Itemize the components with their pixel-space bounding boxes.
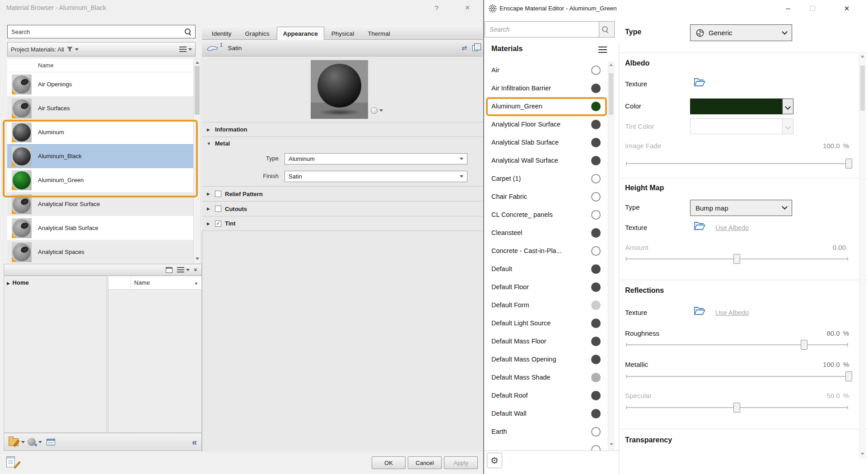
metal-type-dropdown[interactable]: Aluminum [285, 153, 467, 164]
settings-button[interactable]: ⚙ [487, 453, 502, 468]
enscape-material-row[interactable]: Cleansteel [484, 224, 619, 242]
slider-handle[interactable] [801, 340, 807, 350]
duplicate-asset-icon[interactable] [472, 45, 478, 51]
open-texture-folder-icon[interactable] [693, 77, 706, 88]
section-metal[interactable]: ▼ Metal [202, 136, 483, 150]
tree-item-home[interactable]: Home [13, 279, 29, 286]
material-row[interactable]: Analytical Floor Surface [7, 192, 193, 216]
scrollbar-thumb[interactable] [609, 73, 613, 115]
section-cutouts[interactable]: ▶ Cutouts [202, 201, 483, 216]
scroll-down-icon[interactable] [196, 258, 199, 260]
enscape-material-row[interactable]: Carpet (1) [484, 169, 619, 188]
help-button[interactable]: ? [430, 2, 443, 14]
relief-pattern-checkbox[interactable] [215, 191, 221, 197]
enscape-list-scrollbar[interactable] [608, 62, 614, 450]
chevron-down-icon[interactable] [21, 441, 25, 443]
view-list-icon[interactable] [179, 47, 187, 52]
preview-scene-icon[interactable] [371, 107, 378, 114]
edit-material-note-icon[interactable] [6, 455, 18, 469]
expand-icon[interactable]: ▶ [207, 127, 211, 132]
material-row[interactable]: Air Surfaces [7, 96, 193, 120]
specular-slider[interactable] [625, 403, 849, 413]
editor-tab[interactable]: Physical [325, 27, 360, 40]
enscape-material-row[interactable]: Analytical Wall Surface [484, 151, 619, 169]
chevron-down-icon[interactable] [379, 109, 383, 112]
close-button[interactable]: ✕ [461, 2, 474, 14]
enscape-material-row[interactable]: Default Mass Floor [484, 332, 619, 350]
expand-library-icon[interactable]: » [193, 268, 199, 272]
materials-menu-icon[interactable] [598, 47, 607, 53]
apply-button[interactable]: Apply [444, 456, 478, 469]
material-row[interactable]: Air Openings [7, 72, 193, 96]
enscape-material-row[interactable]: Earth [484, 422, 619, 441]
expand-icon[interactable]: ▶ [207, 206, 211, 211]
heightmap-use-albedo-link[interactable]: Use Albedo [715, 224, 749, 231]
cutouts-checkbox[interactable] [215, 206, 221, 212]
enscape-material-row[interactable]: Analytical Floor Surface [484, 115, 619, 133]
cancel-button[interactable]: Cancel [408, 456, 442, 469]
editor-tab[interactable]: Identity [205, 27, 238, 40]
collapse-panel-icon[interactable]: « [192, 437, 197, 446]
preview-options[interactable] [371, 107, 383, 114]
chevron-down-icon[interactable] [186, 269, 190, 271]
chevron-down-icon[interactable] [38, 441, 42, 443]
tint-checkbox[interactable]: ✓ [215, 221, 221, 227]
scroll-up-icon[interactable] [861, 55, 864, 57]
material-row[interactable]: Aluminum_Black [7, 144, 193, 168]
enscape-material-row[interactable]: Default Mass Shade [484, 368, 619, 386]
expand-icon[interactable]: ▶ [207, 192, 211, 196]
tint-color-swatch[interactable] [690, 118, 783, 134]
editor-tab[interactable]: Appearance [277, 27, 324, 40]
slider-handle[interactable] [845, 159, 852, 169]
collapse-icon[interactable]: ▼ [207, 141, 211, 146]
enscape-material-row[interactable]: Analytical Slab Surface [484, 133, 619, 151]
image-fade-slider[interactable] [625, 159, 849, 169]
properties-scrollbar[interactable] [859, 53, 866, 459]
slider-handle[interactable] [845, 371, 852, 381]
editor-tab[interactable]: Graphics [239, 27, 276, 40]
asset-browser-icon[interactable] [47, 439, 55, 446]
section-tint[interactable]: ▶ ✓ Tint [202, 216, 483, 231]
scroll-up-icon[interactable] [609, 64, 613, 66]
library-name-column-header[interactable]: Name ▲ [131, 276, 201, 289]
open-reflections-folder-icon[interactable] [693, 305, 706, 316]
library-thumb-column-header[interactable] [108, 276, 131, 289]
enscape-search-input[interactable] [485, 22, 599, 37]
amount-slider[interactable] [625, 254, 849, 264]
open-heightmap-folder-icon[interactable] [693, 221, 706, 231]
metal-finish-dropdown[interactable]: Satin [285, 171, 467, 182]
enscape-material-row[interactable]: CL Concrete_ panels [484, 206, 619, 224]
tree-expand-icon[interactable]: ▶ [7, 281, 10, 286]
enscape-material-row[interactable]: Default Mass Opening [484, 350, 619, 368]
create-material-icon[interactable] [28, 438, 36, 446]
material-type-dropdown[interactable]: Generic [690, 24, 792, 41]
material-row[interactable]: Aluminum_Green [7, 168, 193, 192]
scrollbar-thumb[interactable] [195, 66, 200, 115]
enscape-material-row[interactable]: Default Floor [484, 278, 619, 296]
tint-color-dropdown[interactable] [782, 118, 793, 134]
ok-button[interactable]: OK [372, 456, 406, 469]
slider-handle[interactable] [733, 403, 740, 413]
enscape-material-row[interactable]: Default [484, 260, 619, 278]
enscape-material-row[interactable]: Default Light Source [484, 314, 619, 332]
metallic-slider[interactable] [625, 371, 849, 381]
enscape-material-row[interactable]: Concrete - Cast-in-Pla... [484, 242, 619, 260]
scrollbar-thumb[interactable] [860, 66, 865, 111]
project-materials-bar[interactable]: Project Materials: All [7, 42, 196, 56]
scroll-down-icon[interactable] [861, 453, 864, 455]
section-information[interactable]: ▶ Information [202, 122, 483, 136]
search-button[interactable] [599, 22, 614, 37]
enscape-material-row[interactable] [484, 441, 619, 451]
height-map-type-dropdown[interactable]: Bump map [690, 200, 792, 216]
open-library-icon[interactable] [9, 438, 19, 446]
enscape-material-row[interactable]: Chair Fabric [484, 188, 619, 206]
albedo-color-swatch[interactable] [690, 99, 783, 114]
slider-handle[interactable] [733, 254, 740, 264]
section-relief-pattern[interactable]: ▶ Relief Pattern [202, 186, 483, 201]
expand-icon[interactable]: ▶ [207, 221, 211, 226]
reflections-use-albedo-link[interactable]: Use Albedo [715, 309, 749, 316]
enscape-material-row[interactable]: Air [484, 61, 619, 79]
enscape-material-row[interactable]: Default Wall [484, 404, 619, 422]
view-list-icon[interactable] [177, 267, 184, 272]
close-button[interactable]: ✕ [836, 0, 857, 17]
